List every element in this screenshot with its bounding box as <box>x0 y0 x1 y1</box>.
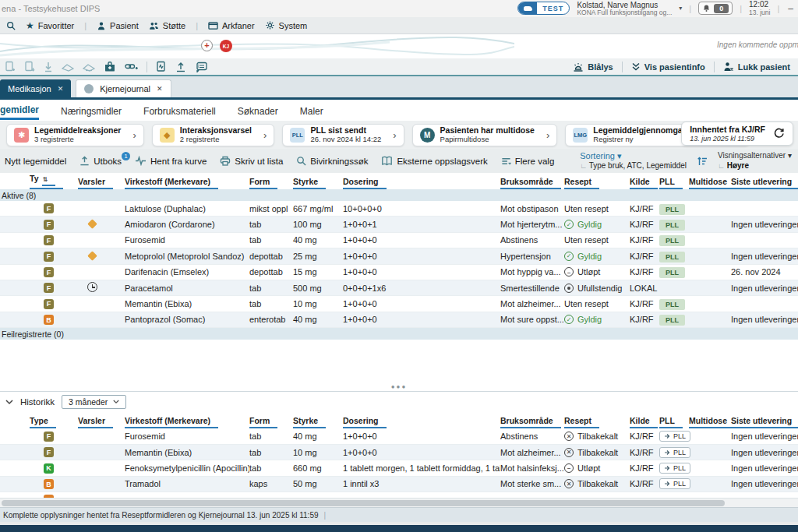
tab-kjernejournal[interactable]: Kjernejournal✕ <box>76 79 171 97</box>
scanner-feed-icon[interactable] <box>83 62 95 72</box>
link-add-icon[interactable] <box>125 62 138 72</box>
sorting-dropdown[interactable]: Sortering ▾ ∟ Type bruk, ATC, Legemiddel <box>580 151 687 171</box>
eksterne-oppslagsverk-button[interactable]: Eksterne oppslagsverk <box>381 156 487 166</box>
table-row[interactable]: B Tramadol kaps 50 mg 1 inntil x3 Mot st… <box>0 477 798 492</box>
table-row[interactable]: F Furosemid tab 40 mg 1+0+0+0 Abstinens … <box>0 233 798 248</box>
column-header[interactable]: Varsler <box>78 416 125 428</box>
column-header[interactable]: PLL <box>659 416 689 428</box>
column-header[interactable]: Virkestoff (Merkevare) <box>125 416 249 428</box>
menu-pasient[interactable]: Pasient <box>97 21 139 30</box>
scrollbar-thumb[interactable] <box>2 500 725 506</box>
document-curve-icon[interactable] <box>156 61 167 72</box>
menu-favoritter[interactable]: ★Favoritter <box>26 21 74 30</box>
menu-stotte[interactable]: Støtte <box>149 21 185 30</box>
emergency-bag-icon[interactable] <box>104 61 116 72</box>
user-menu-caret-icon[interactable]: ▾ <box>679 5 682 12</box>
interaction-warning-icon[interactable] <box>87 219 97 229</box>
subtab-maler[interactable]: Maler <box>300 102 323 119</box>
utboks-button[interactable]: Utboks 1 <box>79 156 122 166</box>
download-icon[interactable] <box>44 62 53 72</box>
scanner-icon[interactable] <box>62 62 74 72</box>
table-row[interactable]: K Fenoksymetylpenicillin (Apocillin) tab… <box>0 460 798 476</box>
column-header[interactable]: Siste utlevering <box>731 177 798 189</box>
table-row[interactable]: F Memantin (Ebixa) tab 10 mg 1+0+0+0 Mot… <box>0 445 798 460</box>
card-interaksjonsvarsel[interactable]: ◆ Interaksjonsvarsel2 registrerte › <box>152 124 275 146</box>
search-button[interactable] <box>6 21 16 30</box>
skriv-ut-lista-button[interactable]: Skriv ut lista <box>220 156 283 166</box>
table-row[interactable]: F Laktulose (Duphalac) mikst oppl 667 mg… <box>0 201 798 217</box>
minimize-button[interactable]: – <box>788 3 793 14</box>
table-row[interactable]: F Memantin (Ebixa) tab 10 mg 1+0+0+0 Mot… <box>0 296 798 312</box>
column-header[interactable]: Resept <box>564 177 630 189</box>
time-warning-icon[interactable] <box>87 282 97 292</box>
kjernejournal-icon[interactable]: KJ <box>220 40 232 52</box>
send-upload-icon[interactable] <box>175 62 186 72</box>
group-row-active[interactable]: Aktive (8) <box>0 189 798 201</box>
column-header[interactable]: Bruksområde <box>500 416 564 428</box>
refresh-icon[interactable] <box>773 128 785 139</box>
blalys-button[interactable]: Blålys <box>573 62 613 72</box>
card-multidose[interactable]: M Pasienten har multidosePapirmultidose … <box>412 124 558 146</box>
column-header[interactable]: Varsler <box>78 177 125 189</box>
bivirkningssok-button[interactable]: Bivirkningssøk <box>296 156 368 166</box>
column-header[interactable]: Multidose <box>689 177 731 189</box>
subtab-legemidler[interactable]: gemidler <box>0 100 39 120</box>
close-tab-icon[interactable]: ✕ <box>157 85 163 93</box>
horizontal-scrollbar[interactable] <box>0 498 798 507</box>
send-to-pll-button[interactable]: PLL <box>659 463 690 474</box>
subtab-forbruksmateriell[interactable]: Forbruksmateriell <box>143 102 216 119</box>
column-header[interactable]: Type <box>30 416 78 428</box>
column-header[interactable]: Bruksområde <box>500 177 564 189</box>
send-to-pll-button[interactable]: PLL <box>659 447 690 458</box>
table-row[interactable]: B Pantoprazol (Somac) enterotab 40 mg 1+… <box>0 312 798 328</box>
notifications-button[interactable]: 0 <box>698 2 733 15</box>
subtab-naeringsmidler[interactable]: Næringsmidler <box>61 102 122 119</box>
logged-in-user[interactable]: Kolstad, Narve Magnus KONA Full funksjon… <box>577 1 672 16</box>
column-header[interactable]: Ty ⇅ <box>30 174 78 189</box>
menu-system[interactable]: System <box>265 20 308 30</box>
table-row[interactable]: F Darifenacin (Emselex) depottab 15 mg 1… <box>0 265 798 280</box>
notes-icon[interactable] <box>195 62 207 72</box>
table-row[interactable]: F Paracetamol tab 500 mg 0+0+0+1x6 Smert… <box>0 280 798 296</box>
column-header[interactable]: PLL <box>659 177 689 189</box>
subtab-soknader[interactable]: Søknader <box>238 102 278 119</box>
view-options-dropdown[interactable]: Visningsalternativer ▾ ∟ Høyre <box>718 151 792 171</box>
new-document-icon[interactable] <box>5 61 16 72</box>
close-tab-icon[interactable]: ✕ <box>58 85 64 93</box>
column-header[interactable]: Siste utlevering <box>731 416 798 428</box>
period-dropdown[interactable]: 3 måneder <box>62 395 126 409</box>
column-header[interactable]: Dosering <box>343 177 500 189</box>
tab-medikasjon[interactable]: Medikasjon✕ <box>0 79 71 97</box>
column-header[interactable]: Kilde <box>630 177 659 189</box>
table-row[interactable]: F Furosemid tab 40 mg 1+0+0+0 Abstinens … <box>0 428 798 444</box>
send-to-pll-button[interactable]: PLL <box>659 431 690 442</box>
column-header[interactable]: Multidose <box>689 416 731 428</box>
column-header[interactable]: Form <box>249 416 293 428</box>
column-header[interactable]: Kilde <box>630 416 659 428</box>
vis-pasientinfo-button[interactable]: Vis pasientinfo <box>631 62 705 72</box>
sort-icon[interactable] <box>697 156 708 167</box>
column-header[interactable]: Dosering <box>343 416 500 428</box>
group-row-feilregistrerte[interactable]: Feilregistrerte (0) <box>0 328 798 340</box>
column-header[interactable]: Styrke <box>293 416 343 428</box>
send-to-pll-button[interactable]: PLL <box>659 478 690 489</box>
menu-arkfaner[interactable]: Arkfaner <box>208 21 255 30</box>
panel-splitter[interactable]: ●●● <box>0 382 798 392</box>
table-row[interactable]: F Amiodaron (Cordarone) tab 100 mg 1+0+0… <box>0 217 798 232</box>
column-header[interactable]: Styrke <box>293 177 343 189</box>
column-header[interactable]: Form <box>249 177 293 189</box>
hent-fra-kurve-button[interactable]: Hent fra kurve <box>135 156 207 166</box>
open-document-icon[interactable] <box>24 61 35 72</box>
table-row[interactable]: F Metoprolol (Metoprolol Sandoz) depotta… <box>0 248 798 264</box>
flere-valg-button[interactable]: Flere valg <box>501 157 555 166</box>
column-header[interactable]: Virkestoff (Merkevare) <box>125 177 249 189</box>
card-legemiddelreaksjoner[interactable]: ✱ Legemiddelreaksjoner3 registrerte › <box>6 124 144 146</box>
nytt-legemiddel-button[interactable]: Nytt legemiddel <box>5 157 66 166</box>
column-header[interactable]: Resept <box>564 416 630 428</box>
chevron-down-icon[interactable] <box>5 400 13 405</box>
interaction-warning-icon[interactable] <box>87 251 97 261</box>
card-pll-sist-sendt[interactable]: PLL PLL sist sendt26. nov 2024 kl 14:22 … <box>282 124 404 146</box>
lukk-pasient-button[interactable]: Lukk pasient <box>723 62 790 72</box>
fetched-from-kj-rf-card[interactable]: Innhentet fra KJ/RF 13. jun 2025 kl 11:5… <box>681 122 793 146</box>
cave-critical-info-icon[interactable]: + <box>201 40 213 51</box>
